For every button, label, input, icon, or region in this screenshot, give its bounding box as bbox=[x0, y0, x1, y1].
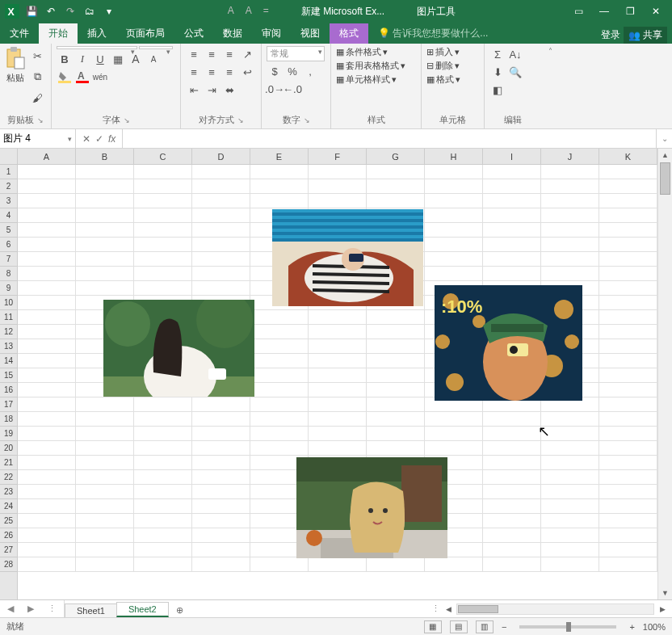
worksheet-grid[interactable]: ABCDEFGHIJK 1234567891011121314151617181… bbox=[0, 149, 672, 599]
increase-font-icon[interactable]: A bbox=[128, 51, 144, 67]
zoom-level[interactable]: 100% bbox=[643, 622, 666, 632]
qat-more-icon[interactable]: ▾ bbox=[102, 4, 116, 19]
save-icon[interactable]: 💾 bbox=[24, 4, 39, 19]
add-sheet-button[interactable]: ⊕ bbox=[168, 603, 191, 617]
sheet-tab-1[interactable]: Sheet1 bbox=[65, 603, 117, 617]
phonetic-icon[interactable]: wén bbox=[92, 69, 108, 85]
align-right-icon[interactable]: ≡ bbox=[221, 64, 237, 80]
row-header-1[interactable]: 1 bbox=[0, 165, 17, 179]
col-header-J[interactable]: J bbox=[541, 149, 599, 164]
decrease-decimal-icon[interactable]: ←.0 bbox=[284, 81, 300, 97]
fx-icon[interactable]: fx bbox=[108, 133, 116, 145]
name-box[interactable]: 图片 4 bbox=[0, 129, 76, 148]
sheet-next-icon[interactable]: ▶ bbox=[27, 603, 34, 614]
picture-4[interactable] bbox=[296, 457, 447, 558]
row-header-15[interactable]: 15 bbox=[0, 368, 17, 383]
sheet-tab-2[interactable]: Sheet2 bbox=[116, 602, 169, 617]
picture-3[interactable]: :10% bbox=[435, 285, 582, 401]
sheet-last-icon[interactable]: ⋮ bbox=[48, 603, 57, 614]
cancel-icon[interactable]: ✕ bbox=[82, 133, 90, 145]
cell-styles-button[interactable]: ▦单元格样式 ▾ bbox=[336, 74, 397, 86]
tab-file[interactable]: 文件 bbox=[0, 23, 39, 44]
orientation-icon[interactable]: ↗ bbox=[239, 46, 255, 62]
tell-me[interactable]: 💡 告诉我您想要做什么... bbox=[368, 23, 498, 44]
tab-insert[interactable]: 插入 bbox=[78, 23, 116, 44]
tab-formulas[interactable]: 公式 bbox=[174, 23, 213, 44]
align-top-icon[interactable]: ≡ bbox=[186, 46, 202, 62]
tab-format[interactable]: 格式 bbox=[330, 23, 368, 44]
undo-icon[interactable]: ↶ bbox=[44, 4, 58, 19]
col-header-B[interactable]: B bbox=[76, 149, 134, 164]
row-header-16[interactable]: 16 bbox=[0, 383, 17, 397]
view-page-break-icon[interactable]: ▥ bbox=[476, 620, 494, 633]
insert-cells-button[interactable]: ⊞插入 ▾ bbox=[426, 46, 460, 58]
merge-icon[interactable]: ⬌ bbox=[221, 82, 237, 98]
col-header-C[interactable]: C bbox=[134, 149, 192, 164]
scroll-left-icon[interactable]: ◀ bbox=[442, 605, 455, 613]
increase-indent-icon[interactable]: ⇥ bbox=[204, 82, 220, 98]
vertical-scrollbar[interactable]: ▲ ▼ bbox=[657, 149, 672, 599]
currency-icon[interactable]: $ bbox=[267, 63, 283, 79]
align-bottom-icon[interactable]: ≡ bbox=[221, 46, 237, 62]
ribbon-display-icon[interactable]: ▭ bbox=[570, 6, 586, 17]
sheet-prev-icon[interactable]: ◀ bbox=[7, 603, 14, 614]
bold-button[interactable]: B bbox=[57, 51, 73, 67]
row-header-7[interactable]: 7 bbox=[0, 252, 17, 267]
underline-button[interactable]: U bbox=[92, 51, 108, 67]
align-left-icon[interactable]: ≡ bbox=[186, 64, 202, 80]
copy-icon[interactable]: ⧉ bbox=[29, 69, 45, 85]
decrease-indent-icon[interactable]: ⇤ bbox=[186, 82, 202, 98]
picture-1[interactable] bbox=[103, 300, 254, 397]
cells-area[interactable]: :10% bbox=[18, 165, 657, 599]
close-icon[interactable]: ✕ bbox=[648, 6, 664, 17]
select-all-corner[interactable] bbox=[0, 149, 18, 165]
row-header-24[interactable]: 24 bbox=[0, 499, 17, 514]
row-header-21[interactable]: 21 bbox=[0, 456, 17, 470]
expand-formula-bar-icon[interactable]: ⌄ bbox=[656, 129, 672, 148]
row-header-23[interactable]: 23 bbox=[0, 485, 17, 499]
fill-icon[interactable]: ⬇ bbox=[489, 64, 506, 80]
percent-icon[interactable]: % bbox=[284, 63, 300, 79]
increase-decimal-icon[interactable]: .0→ bbox=[267, 81, 283, 97]
view-page-layout-icon[interactable]: ▤ bbox=[450, 620, 468, 633]
row-header-27[interactable]: 27 bbox=[0, 543, 17, 557]
formula-input[interactable] bbox=[123, 129, 656, 148]
sort-icon[interactable]: A↓ bbox=[507, 46, 523, 62]
scroll-right-icon[interactable]: ▶ bbox=[656, 605, 669, 613]
row-header-28[interactable]: 28 bbox=[0, 557, 17, 572]
clear-icon[interactable]: ◧ bbox=[489, 82, 506, 98]
horizontal-scrollbar[interactable]: ⋮ ◀ ▶ bbox=[428, 600, 672, 617]
col-header-G[interactable]: G bbox=[367, 149, 425, 164]
table-format-button[interactable]: ▦套用表格格式 ▾ bbox=[336, 60, 405, 72]
number-format-select[interactable]: 常规 bbox=[267, 46, 325, 61]
row-header-10[interactable]: 10 bbox=[0, 296, 17, 310]
row-header-19[interactable]: 19 bbox=[0, 427, 17, 441]
share-button[interactable]: 👥 共享 bbox=[624, 27, 667, 44]
dialog-launcher-icon[interactable]: ↘ bbox=[37, 116, 44, 124]
comma-icon[interactable]: , bbox=[302, 63, 318, 79]
find-icon[interactable]: 🔍 bbox=[507, 64, 523, 80]
row-header-18[interactable]: 18 bbox=[0, 412, 17, 427]
paste-button[interactable]: 粘贴 bbox=[5, 46, 26, 84]
tab-page-layout[interactable]: 页面布局 bbox=[116, 23, 174, 44]
zoom-out-button[interactable]: − bbox=[502, 622, 506, 632]
zoom-slider[interactable] bbox=[519, 625, 616, 629]
row-header-5[interactable]: 5 bbox=[0, 223, 17, 238]
row-header-22[interactable]: 22 bbox=[0, 470, 17, 485]
italic-button[interactable]: I bbox=[74, 51, 90, 67]
font-color-icon[interactable]: A bbox=[74, 69, 90, 85]
col-header-H[interactable]: H bbox=[425, 149, 483, 164]
column-headers[interactable]: ABCDEFGHIJK bbox=[18, 149, 657, 165]
row-headers[interactable]: 1234567891011121314151617181920212223242… bbox=[0, 165, 18, 599]
picture-2[interactable] bbox=[272, 209, 423, 306]
row-header-14[interactable]: 14 bbox=[0, 354, 17, 368]
row-header-2[interactable]: 2 bbox=[0, 179, 17, 194]
scroll-down-icon[interactable]: ▼ bbox=[658, 587, 672, 599]
conditional-format-button[interactable]: ▦条件格式 ▾ bbox=[336, 46, 388, 58]
border-icon[interactable]: ▦ bbox=[110, 51, 126, 67]
hscroll-thumb[interactable] bbox=[458, 605, 498, 613]
row-header-13[interactable]: 13 bbox=[0, 339, 17, 354]
restore-icon[interactable]: ❐ bbox=[622, 6, 638, 17]
font-name-select[interactable] bbox=[57, 46, 137, 49]
autosum-icon[interactable]: Σ bbox=[489, 46, 506, 62]
